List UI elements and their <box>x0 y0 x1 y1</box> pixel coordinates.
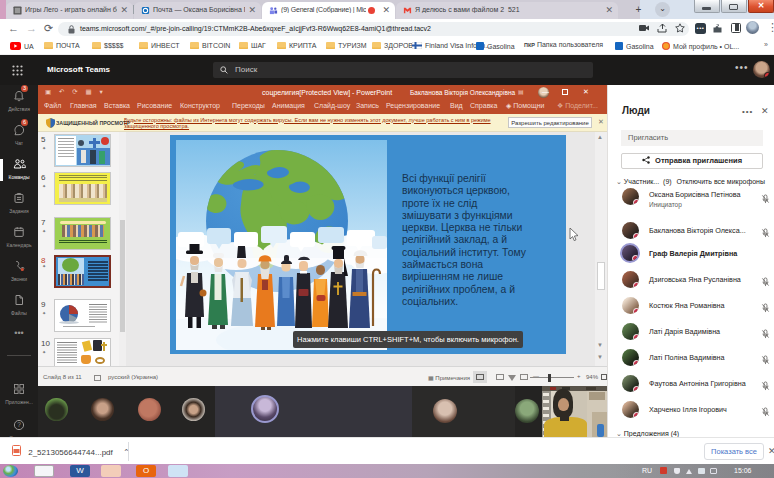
svg-text:?: ? <box>17 421 21 428</box>
